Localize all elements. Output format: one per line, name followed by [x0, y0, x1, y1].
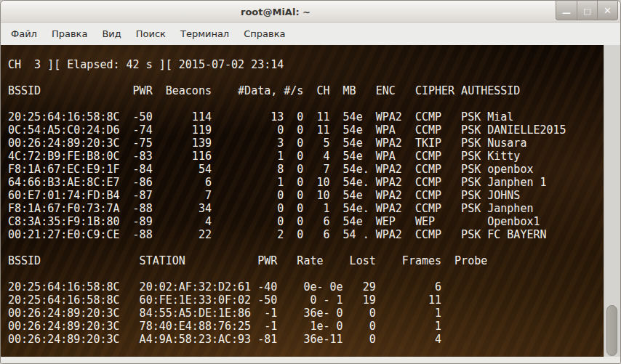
ap-table-row: 64:66:B3:AE:8C:E7 -86 6 1 0 10 54e. WPA2… — [8, 176, 604, 189]
terminal-screen[interactable]: CH 3 ][ Elapsed: 42 s ][ 2015-07-02 23:1… — [1, 45, 620, 357]
blank-line — [8, 97, 604, 110]
ap-table-row: 60:E7:01:74:FD:B4 -87 7 0 0 10 54e WPA2 … — [8, 189, 604, 202]
ap-table-row: 00:21:27:E0:C9:CE -88 22 2 0 6 54 . WPA2… — [8, 228, 604, 241]
close-button[interactable]: ✕ — [597, 1, 617, 20]
title-bar[interactable]: root@MiAl: ~ — □ ✕ — [1, 1, 620, 23]
window-title: root@MiAl: ~ — [1, 1, 550, 23]
scrollbar-thumb[interactable] — [606, 305, 617, 356]
station-table-row: 00:26:24:89:20:3C 78:40:E4:88:76:25 -1 1… — [8, 320, 604, 333]
ap-table-row: F8:1A:67:EC:E9:1F -84 54 8 0 7 54e. WPA2… — [8, 163, 604, 176]
blank-line — [8, 241, 604, 254]
ap-table-row: 0C:54:A5:C0:24:D6 -74 119 0 0 11 54e WPA… — [8, 124, 604, 137]
station-table-row: 00:26:24:89:20:3C 84:55:A5:DE:1E:86 -1 3… — [8, 307, 604, 320]
ap-table-row: 00:26:24:89:20:3C -75 139 3 0 5 54e WPA2… — [8, 137, 604, 150]
ap-table-header: BSSID PWR Beacons #Data, #/s CH MB ENC C… — [8, 84, 604, 97]
minimize-button[interactable]: — — [556, 1, 577, 20]
window-bottom-frame — [1, 357, 620, 363]
station-table-row: 00:26:24:89:20:3C A4:9A:58:23:AC:93 -81 … — [8, 333, 604, 346]
menu-item-view[interactable]: Вид — [95, 23, 128, 45]
station-table-row: 20:25:64:16:58:8C 60:FE:1E:33:0F:02 -50 … — [8, 294, 604, 307]
status-line: CH 3 ][ Elapsed: 42 s ][ 2015-07-02 23:1… — [8, 58, 604, 71]
ap-table-row: C8:3A:35:F9:1B:80 -89 4 0 0 6 54e WEP WE… — [8, 215, 604, 228]
maximize-icon: □ — [583, 7, 590, 16]
ap-table-row: 4C:72:B9:FE:B8:0C -83 116 1 0 4 54e WPA … — [8, 150, 604, 163]
station-table-header: BSSID STATION PWR Rate Lost Frames Probe — [8, 254, 604, 267]
blank-line — [8, 267, 604, 280]
menu-item-search[interactable]: Поиск — [129, 23, 173, 45]
close-icon: ✕ — [604, 5, 612, 16]
terminal-output: CH 3 ][ Elapsed: 42 s ][ 2015-07-02 23:1… — [1, 45, 604, 357]
terminal-window: root@MiAl: ~ — □ ✕ Файл Правка Вид Поиск… — [0, 0, 621, 364]
window-controls: — □ ✕ — [556, 1, 618, 20]
menu-item-help[interactable]: Справка — [236, 23, 292, 45]
ap-table-row: 20:25:64:16:58:8C -50 114 13 0 11 54e WP… — [8, 110, 604, 124]
menu-bar: Файл Правка Вид Поиск Терминал Справка — [1, 23, 620, 45]
blank-line — [8, 71, 604, 84]
menu-item-terminal[interactable]: Терминал — [173, 23, 236, 45]
station-table-row: 20:25:64:16:58:8C 20:02:AF:32:D2:61 -40 … — [8, 280, 604, 294]
scrollbar[interactable] — [604, 45, 620, 357]
minimize-icon: — — [562, 8, 571, 18]
maximize-button[interactable]: □ — [577, 1, 597, 20]
menu-item-file[interactable]: Файл — [4, 23, 44, 45]
ap-table-row: F8:1A:67:F0:73:7A -88 34 0 0 1 54e. WPA2… — [8, 202, 604, 215]
menu-item-edit[interactable]: Правка — [44, 23, 95, 45]
